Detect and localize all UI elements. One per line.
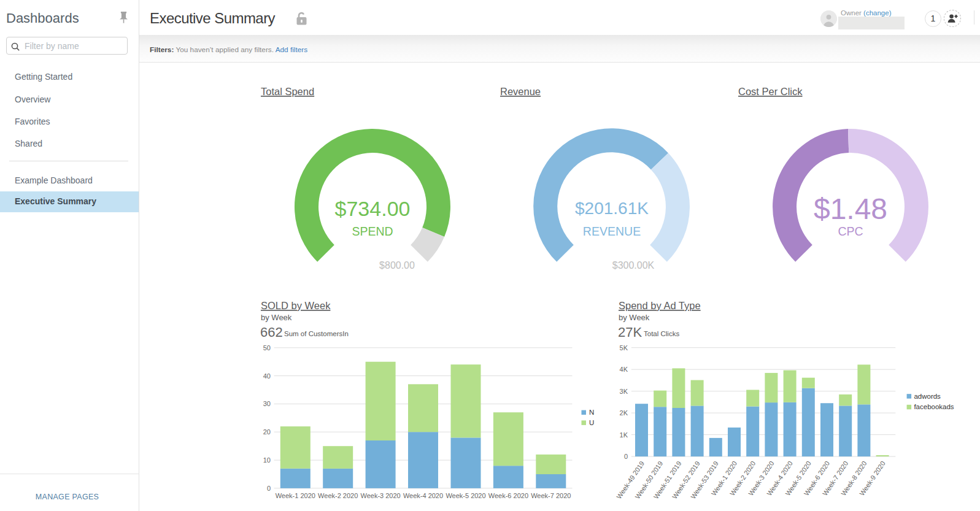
svg-text:Week-5 2020: Week-5 2020 (446, 492, 485, 499)
svg-text:Revenue: Revenue (500, 86, 541, 97)
svg-text:Week-2 2020: Week-2 2020 (318, 492, 358, 499)
svg-text:by Week: by Week (261, 313, 292, 322)
svg-text:0: 0 (624, 453, 628, 460)
svg-text:40: 40 (263, 372, 271, 380)
svg-text:CPC: CPC (838, 225, 863, 238)
svg-text:$300.00K: $300.00K (612, 260, 655, 271)
svg-text:Week-7 2020: Week-7 2020 (531, 492, 571, 499)
svg-text:REVENUE: REVENUE (583, 225, 641, 238)
svg-text:Week-4 2020: Week-4 2020 (403, 492, 443, 499)
svg-text:by Week: by Week (619, 313, 650, 322)
svg-text:10: 10 (263, 456, 271, 464)
svg-text:0: 0 (267, 485, 271, 492)
svg-text:30: 30 (263, 400, 271, 407)
svg-text:Sum of CustomersIn: Sum of CustomersIn (284, 330, 349, 337)
svg-text:Spend by Ad Type: Spend by Ad Type (619, 300, 701, 311)
svg-text:5K: 5K (620, 344, 628, 352)
svg-text:$734.00: $734.00 (335, 197, 411, 220)
svg-text:SPEND: SPEND (352, 225, 393, 238)
svg-text:27K: 27K (618, 325, 642, 340)
svg-text:Cost Per Click: Cost Per Click (738, 86, 803, 97)
svg-text:Total Clicks: Total Clicks (644, 330, 679, 337)
svg-text:Total Spend: Total Spend (261, 86, 314, 97)
svg-text:U: U (589, 419, 594, 426)
svg-text:3K: 3K (620, 388, 628, 395)
svg-text:Week-3 2020: Week-3 2020 (360, 492, 400, 499)
svg-text:2K: 2K (620, 409, 628, 417)
svg-text:SOLD by Week: SOLD by Week (261, 300, 331, 311)
svg-text:1K: 1K (620, 431, 628, 439)
svg-text:50: 50 (263, 344, 271, 352)
svg-text:$201.61K: $201.61K (575, 199, 649, 218)
svg-text:662: 662 (260, 325, 283, 340)
svg-text:20: 20 (263, 428, 271, 436)
svg-text:$1.48: $1.48 (814, 193, 887, 225)
svg-text:adwords: adwords (914, 393, 941, 400)
svg-text:Week-6 2020: Week-6 2020 (488, 492, 528, 499)
svg-text:Week-1 2020: Week-1 2020 (276, 492, 315, 499)
svg-text:facebookads: facebookads (914, 403, 954, 410)
svg-text:$800.00: $800.00 (379, 260, 415, 271)
svg-text:4K: 4K (620, 366, 628, 373)
svg-text:N: N (589, 409, 594, 416)
